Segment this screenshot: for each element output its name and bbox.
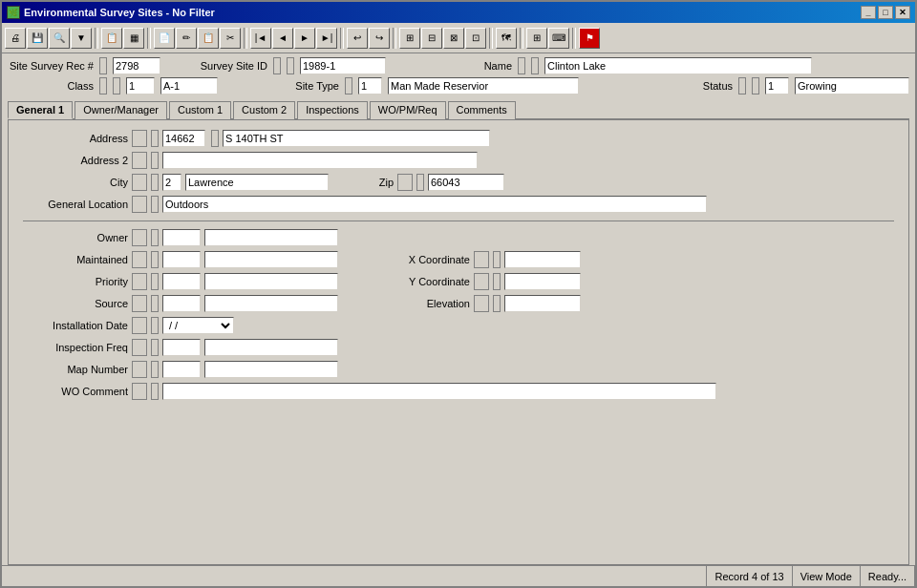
owner-code-input[interactable]	[162, 229, 201, 246]
elevation-input[interactable]	[504, 295, 581, 312]
toolbar-extra2[interactable]: ⌨	[548, 28, 569, 49]
maintained-indicator	[132, 251, 147, 268]
source-indicator2	[151, 295, 159, 312]
wo-comment-indicator	[132, 383, 147, 400]
class-code-input[interactable]	[126, 77, 155, 94]
wo-comment-input[interactable]	[162, 383, 716, 400]
y-coordinate-input[interactable]	[504, 273, 581, 290]
toolbar-copy[interactable]: 📋	[198, 28, 219, 49]
toolbar-save[interactable]: 💾	[27, 28, 48, 49]
address2-indicator	[132, 152, 147, 169]
tab-custom2[interactable]: Custom 2	[233, 101, 295, 119]
toolbar-icon4[interactable]: ⊡	[465, 28, 486, 49]
general-location-label: General Location	[23, 199, 128, 210]
toolbar-separator-4	[340, 28, 344, 49]
toolbar-cut[interactable]: ✂	[220, 28, 241, 49]
source-indicator	[132, 295, 147, 312]
tab-wo-pm-req[interactable]: WO/PM/Req	[370, 101, 446, 119]
toolbar-grid[interactable]: ▦	[123, 28, 144, 49]
tab-inspections[interactable]: Inspections	[297, 101, 368, 119]
address-value-input[interactable]	[223, 130, 490, 147]
source-value-input[interactable]	[204, 295, 338, 312]
map-num-indicator	[132, 361, 147, 378]
address-code-input[interactable]	[162, 130, 205, 147]
insp-freq-indicator2	[151, 339, 159, 356]
map-num-indicator2	[151, 361, 159, 378]
toolbar-map[interactable]: 🗺	[496, 28, 517, 49]
city-code-input[interactable]	[162, 174, 181, 191]
map-number-value-input[interactable]	[204, 361, 338, 378]
toolbar-new[interactable]: ✏	[176, 28, 197, 49]
tab-comments[interactable]: Comments	[448, 101, 516, 119]
status-value-input[interactable]	[795, 77, 909, 94]
priority-code-input[interactable]	[162, 273, 201, 290]
address2-label: Address 2	[23, 155, 128, 166]
toolbar-prev[interactable]: ◄	[272, 28, 293, 49]
gen-loc-indicator2	[151, 196, 159, 213]
maximize-button[interactable]: □	[878, 6, 893, 19]
header-row-2: Class Site Type Status	[8, 77, 909, 94]
address-label: Address	[23, 133, 128, 144]
installation-date-input[interactable]: / /	[162, 317, 234, 334]
inspection-freq-value-input[interactable]	[204, 339, 338, 356]
survey-site-id-input[interactable]	[300, 57, 386, 74]
source-row: Source Elevation	[23, 295, 894, 312]
source-code-input[interactable]	[162, 295, 201, 312]
toolbar-print[interactable]: 🖨	[5, 28, 26, 49]
toolbar-search[interactable]: 🔍	[49, 28, 70, 49]
close-button[interactable]: ✕	[895, 6, 910, 19]
name-input[interactable]	[544, 57, 812, 74]
toolbar-last[interactable]: ►|	[316, 28, 337, 49]
toolbar-icon1[interactable]: ⊞	[399, 28, 420, 49]
inspection-freq-code-input[interactable]	[162, 339, 201, 356]
map-number-code-input[interactable]	[162, 361, 201, 378]
class-value-input[interactable]	[160, 77, 218, 94]
tab-custom1[interactable]: Custom 1	[169, 101, 231, 119]
address-indicator2	[151, 130, 159, 147]
gen-loc-indicator	[132, 196, 147, 213]
zip-indicator1	[397, 174, 413, 191]
toolbar-icon2[interactable]: ⊟	[421, 28, 442, 49]
main-window: 🌿 Environmental Survey Sites - No Filter…	[0, 0, 917, 588]
toolbar-extra1[interactable]: ⊞	[526, 28, 547, 49]
x-coordinate-input[interactable]	[504, 251, 581, 268]
minimize-button[interactable]: _	[861, 6, 876, 19]
tab-owner-manager[interactable]: Owner/Manager	[75, 101, 167, 119]
address2-indicator2	[151, 152, 159, 169]
elevation-indicator2	[493, 295, 501, 312]
priority-value-input[interactable]	[204, 273, 338, 290]
toolbar-next[interactable]: ►	[294, 28, 315, 49]
zip-indicator2	[416, 174, 424, 191]
wo-comment-label: WO Comment	[23, 386, 128, 397]
toolbar-redo[interactable]: ↪	[369, 28, 390, 49]
toolbar-separator-2	[147, 28, 151, 49]
status-empty	[2, 566, 707, 586]
site-survey-rec-label: Site Survey Rec #	[8, 60, 94, 72]
maintained-indicator2	[151, 251, 159, 268]
toolbar-first[interactable]: |◄	[250, 28, 271, 49]
owner-value-input[interactable]	[204, 229, 338, 246]
tab-general1[interactable]: General 1	[8, 101, 73, 119]
maintained-code-input[interactable]	[162, 251, 201, 268]
maintained-value-input[interactable]	[204, 251, 338, 268]
zip-input[interactable]	[428, 174, 504, 191]
toolbar-icon3[interactable]: ⊠	[443, 28, 464, 49]
site-survey-rec-input[interactable]	[113, 57, 160, 74]
x-coord-indicator	[474, 251, 489, 268]
address-indicator1	[132, 130, 147, 147]
site-type-value-input[interactable]	[388, 77, 579, 94]
city-value-input[interactable]	[185, 174, 329, 191]
x-coord-indicator2	[493, 251, 501, 268]
site-type-code-input[interactable]	[358, 77, 382, 94]
address2-input[interactable]	[162, 152, 478, 169]
toolbar-flag[interactable]: ⚑	[579, 28, 600, 49]
toolbar-edit[interactable]: 📄	[154, 28, 175, 49]
status-code-input[interactable]	[765, 77, 789, 94]
toolbar-filter[interactable]: ▼	[71, 28, 92, 49]
header-row-1: Site Survey Rec # Survey Site ID Name	[8, 57, 909, 74]
general-location-input[interactable]	[162, 196, 707, 213]
view-mode: View Mode	[793, 566, 861, 586]
toolbar-undo[interactable]: ↩	[347, 28, 368, 49]
y-coordinate-label: Y Coordinate	[394, 276, 470, 287]
toolbar-view[interactable]: 📋	[101, 28, 122, 49]
